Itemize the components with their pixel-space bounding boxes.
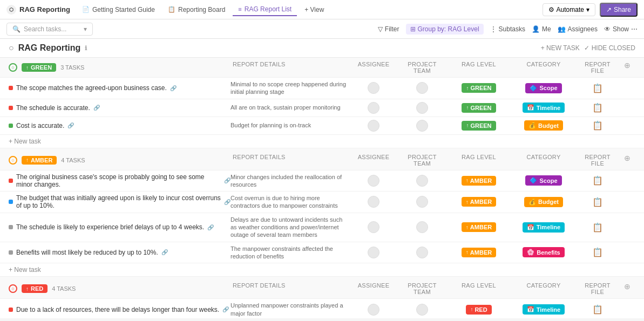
page-info-icon[interactable]: ℹ	[85, 45, 87, 52]
report-details: All are on track, sustain proper monitor…	[231, 104, 349, 111]
automate-button[interactable]: ⚙ Automate ▾	[543, 3, 595, 16]
report-file-icon[interactable]: 📋	[592, 197, 603, 207]
filter-button[interactable]: ▽ Filter	[378, 25, 399, 33]
group-green-header: ○ ↑ GREEN 3 TASKS REPORT DETAILS ASSIGNE…	[0, 58, 644, 78]
group-amber-toggle[interactable]: ○	[9, 156, 17, 165]
page-header: ○ RAG Reporting ℹ + NEW TASK ✓ HIDE CLOS…	[0, 39, 644, 58]
group-amber: ○ ↑ AMBER 4 TASKS REPORT DETAILS ASSIGNE…	[0, 151, 644, 277]
new-task-button[interactable]: + NEW TASK	[541, 44, 580, 52]
task-link-icon[interactable]: 🔗	[170, 85, 177, 91]
share-button[interactable]: ↗ Share	[600, 3, 638, 17]
me-button[interactable]: 👤 Me	[532, 25, 551, 33]
task-name: The scope matches the agreed-upon busine…	[9, 84, 231, 92]
task-status-dot	[9, 124, 13, 128]
group-red: ○ ↑ RED 4 TASKS REPORT DETAILS ASSIGNEE …	[0, 279, 644, 318]
add-new-task-amber[interactable]: + New task	[0, 263, 644, 277]
category-icon: 📅	[527, 104, 534, 111]
add-col-icon[interactable]: ⊕	[619, 282, 635, 295]
show-button[interactable]: 👁 Show ⋯	[604, 25, 638, 33]
task-name: Benefits will most likely be reduced by …	[9, 249, 231, 256]
assignee-avatar	[368, 247, 379, 258]
rag-arrow-icon: ↑	[466, 224, 469, 230]
rag-badge: ↑ AMBER	[462, 197, 496, 207]
task-link-icon[interactable]: 🔗	[93, 105, 100, 111]
col-report-details: REPORT DETAILS	[231, 61, 349, 74]
task-link-icon[interactable]: 🔗	[224, 177, 231, 183]
col-project-team: PROJECT TEAM	[398, 61, 446, 74]
report-details: Budget for planning is on-track	[231, 121, 349, 129]
tab-reporting-board[interactable]: 📋 Reporting Board	[162, 4, 231, 16]
tab-getting-started-icon: 📄	[82, 6, 90, 13]
task-link-icon[interactable]: 🔗	[222, 306, 229, 312]
task-status-dot	[9, 308, 13, 312]
report-file-icon[interactable]: 📋	[592, 83, 603, 93]
task-status-dot	[9, 86, 13, 90]
task-link-icon[interactable]: 🔗	[161, 249, 168, 255]
add-col-icon[interactable]: ⊕	[619, 154, 635, 167]
report-details: Unplanned manpower constraints played a …	[231, 302, 349, 317]
col-report-file: REPORT FILE	[576, 61, 619, 74]
project-team-avatar	[416, 304, 428, 316]
tab-add-view[interactable]: + View	[299, 4, 329, 16]
subtasks-button[interactable]: ⋮ Subtasks	[490, 25, 525, 33]
project-team-avatar	[416, 120, 428, 132]
category-badge: 📅 Timeline	[523, 222, 565, 233]
task-link-icon[interactable]: 🔗	[207, 224, 214, 230]
hide-closed-button[interactable]: ✓ HIDE CLOSED	[584, 44, 635, 52]
main-content: ○ ↑ GREEN 3 TASKS REPORT DETAILS ASSIGNE…	[0, 58, 644, 318]
search-icon: 🔍	[12, 25, 21, 33]
task-row: Cost is accurate. 🔗 Budget for planning …	[0, 117, 644, 135]
report-file-icon[interactable]: 📋	[592, 304, 603, 315]
group-red-toggle[interactable]: ○	[9, 284, 17, 293]
tab-rag-report-list-icon: ≡	[238, 6, 241, 12]
task-status-dot	[9, 200, 13, 204]
group-green-toggle[interactable]: ○	[9, 63, 17, 72]
page-title: RAG Reporting	[18, 43, 81, 53]
show-icon: 👁	[604, 25, 611, 33]
group-amber-arrow-icon: ↑	[26, 157, 29, 163]
assignee-avatar	[368, 102, 379, 114]
page-toggle-icon[interactable]: ○	[9, 43, 14, 53]
rag-arrow-icon: ↑	[466, 199, 469, 205]
report-file-icon[interactable]: 📋	[592, 103, 603, 113]
group-amber-header: ○ ↑ AMBER 4 TASKS REPORT DETAILS ASSIGNE…	[0, 151, 644, 170]
task-link-icon[interactable]: 🔗	[67, 122, 74, 128]
search-input[interactable]: 🔍 Search tasks... ▾	[6, 23, 93, 36]
category-badge: 📅 Timeline	[523, 103, 565, 113]
rag-arrow-icon: ↑	[466, 249, 469, 255]
col-category: CATEGORY	[511, 61, 576, 74]
report-file-icon[interactable]: 📋	[592, 175, 603, 186]
logo-icon: ⬡	[6, 5, 16, 15]
project-team-avatar	[416, 102, 428, 114]
filter-icon: ▽	[378, 25, 383, 33]
rag-badge: ↑ AMBER	[462, 222, 496, 232]
report-file-icon[interactable]: 📋	[592, 222, 603, 233]
add-col-icon[interactable]: ⊕	[619, 61, 635, 74]
rag-badge: ↑ GREEN	[462, 103, 496, 113]
project-team-avatar	[416, 247, 428, 258]
assignee-avatar	[368, 304, 379, 316]
tab-reporting-board-icon: 📋	[168, 6, 175, 13]
category-icon: 📅	[527, 306, 534, 313]
category-badge: 💰 Budget	[524, 197, 563, 207]
assignees-button[interactable]: 👥 Assignees	[558, 25, 598, 33]
checkmark-icon: ✓	[584, 44, 589, 52]
group-green-badge: ↑ GREEN	[22, 63, 56, 72]
group-by-button[interactable]: ⊞ Group by: RAG Level	[406, 24, 484, 35]
group-icon: ⊞	[410, 25, 416, 33]
task-link-icon[interactable]: 🔗	[224, 199, 231, 205]
topbar-actions: ⚙ Automate ▾ ↗ Share	[543, 3, 638, 17]
category-icon: 💰	[528, 199, 536, 206]
report-file-icon[interactable]: 📋	[592, 120, 603, 131]
rag-badge: ↑ GREEN	[462, 121, 496, 131]
category-icon: 🔷	[530, 177, 537, 184]
add-new-task-green[interactable]: + New task	[0, 135, 644, 148]
tab-getting-started[interactable]: 📄 Getting Started Guide	[77, 4, 160, 16]
group-green-arrow-icon: ↑	[26, 65, 29, 71]
task-row: Due to a lack of resources, there will b…	[0, 299, 644, 318]
task-status-dot	[9, 250, 13, 255]
category-badge: 🔷 Scope	[525, 175, 561, 186]
report-file-icon[interactable]: 📋	[592, 247, 603, 257]
tab-rag-report-list[interactable]: ≡ RAG Report List	[233, 3, 297, 16]
rag-arrow-icon: ↑	[466, 177, 469, 183]
